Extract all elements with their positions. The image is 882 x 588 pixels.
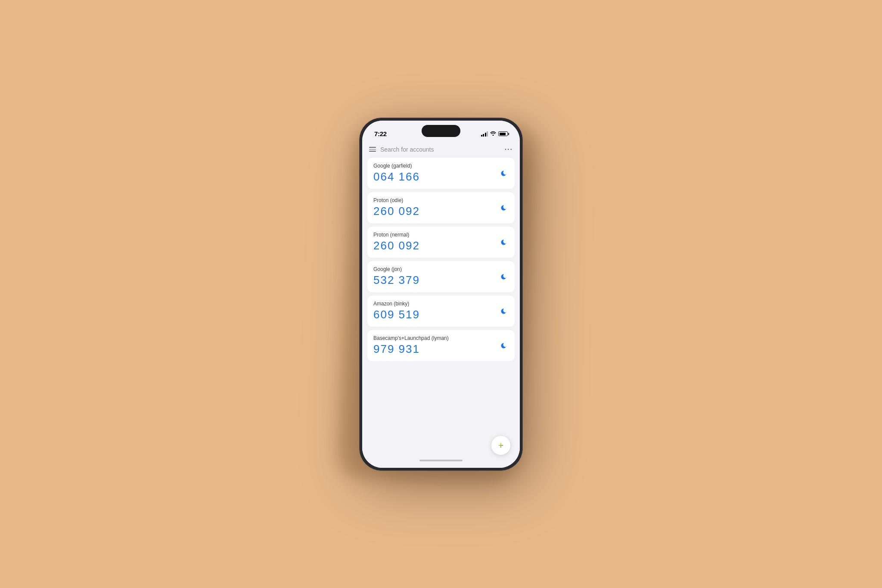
- battery-icon: [498, 131, 508, 136]
- account-name: Google (jon): [373, 266, 499, 272]
- account-code: 064 166: [373, 170, 499, 184]
- account-info: Proton (nermal) 260 092: [373, 232, 499, 252]
- signal-bar-1: [481, 135, 482, 137]
- signal-bar-4: [487, 131, 488, 137]
- search-bar[interactable]: Search for accounts ···: [362, 142, 520, 158]
- account-code: 609 519: [373, 308, 499, 321]
- wifi-icon: [490, 131, 496, 137]
- accounts-list: Google (garfield) 064 166 Proton (odie) …: [362, 158, 520, 456]
- moon-icon[interactable]: [499, 272, 509, 281]
- account-code: 979 931: [373, 342, 499, 356]
- status-time: 7:22: [374, 130, 387, 137]
- volume-down-button: [359, 217, 360, 241]
- status-icons: [481, 131, 508, 137]
- phone-body: 7:22: [359, 118, 523, 471]
- status-bar: 7:22: [362, 121, 520, 142]
- account-name: Proton (odie): [373, 197, 499, 203]
- account-item[interactable]: Google (jon) 532 379: [367, 261, 515, 292]
- menu-line-1: [369, 147, 376, 148]
- account-item[interactable]: Basecamp's+Launchpad (lyman) 979 931: [367, 330, 515, 361]
- account-code: 260 092: [373, 239, 499, 252]
- menu-line-3: [369, 151, 376, 152]
- menu-icon[interactable]: [369, 147, 376, 152]
- fab-plus-icon: +: [498, 441, 504, 450]
- search-placeholder[interactable]: Search for accounts: [380, 146, 434, 153]
- account-item[interactable]: Amazon (binky) 609 519: [367, 296, 515, 327]
- power-button: [522, 193, 523, 228]
- account-info: Google (garfield) 064 166: [373, 163, 499, 184]
- account-name: Basecamp's+Launchpad (lyman): [373, 335, 499, 341]
- account-info: Proton (odie) 260 092: [373, 197, 499, 218]
- dynamic-island: [422, 125, 460, 137]
- account-item[interactable]: Proton (odie) 260 092: [367, 192, 515, 223]
- home-indicator: [362, 456, 520, 468]
- account-name: Google (garfield): [373, 163, 499, 169]
- more-options-icon[interactable]: ···: [505, 146, 513, 153]
- account-name: Proton (nermal): [373, 232, 499, 238]
- signal-icon: [481, 131, 488, 137]
- account-info: Amazon (binky) 609 519: [373, 301, 499, 321]
- account-name: Amazon (binky): [373, 301, 499, 307]
- moon-icon[interactable]: [499, 168, 509, 178]
- search-left: Search for accounts: [369, 146, 505, 153]
- home-bar: [419, 460, 463, 461]
- moon-icon[interactable]: [499, 341, 509, 350]
- volume-up-button: [359, 189, 360, 213]
- account-info: Google (jon) 532 379: [373, 266, 499, 287]
- add-account-fab[interactable]: +: [491, 436, 510, 455]
- moon-icon[interactable]: [499, 306, 509, 316]
- account-code: 532 379: [373, 274, 499, 287]
- signal-bar-2: [483, 134, 484, 137]
- account-info: Basecamp's+Launchpad (lyman) 979 931: [373, 335, 499, 356]
- menu-line-2: [369, 149, 376, 150]
- phone-screen: 7:22: [362, 121, 520, 468]
- account-item[interactable]: Proton (nermal) 260 092: [367, 227, 515, 258]
- moon-icon[interactable]: [499, 237, 509, 247]
- signal-bar-3: [485, 133, 486, 137]
- phone-mockup: 7:22: [359, 118, 523, 471]
- account-code: 260 092: [373, 205, 499, 218]
- account-item[interactable]: Google (garfield) 064 166: [367, 158, 515, 189]
- moon-icon[interactable]: [499, 203, 509, 212]
- battery-fill: [500, 133, 506, 135]
